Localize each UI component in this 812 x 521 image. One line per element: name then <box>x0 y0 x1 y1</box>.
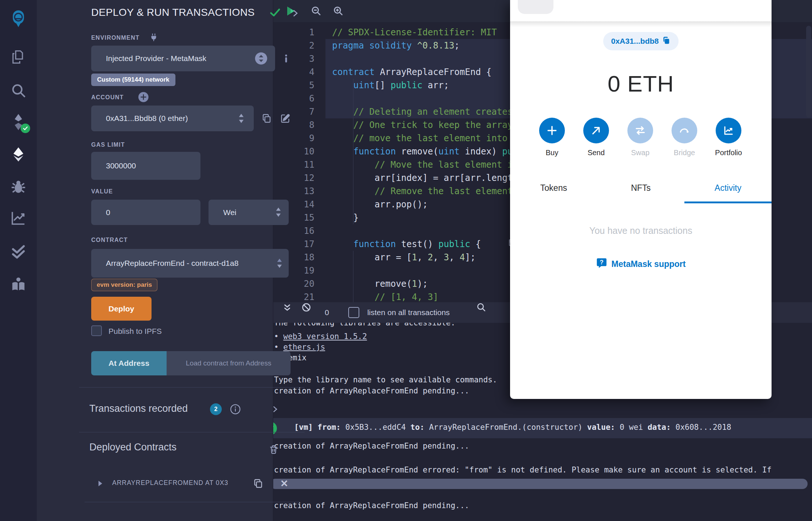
deployed-contracts-title: Deployed Contracts <box>89 442 177 453</box>
transactions-info-icon[interactable] <box>230 404 241 415</box>
gas-limit-value: 3000000 <box>106 161 136 170</box>
action-label: Buy <box>530 149 574 157</box>
metamask-account-pill[interactable]: 0xA31...bdb8 <box>603 32 679 50</box>
panel-check-icon <box>269 6 281 19</box>
action-label: Bridge <box>662 149 706 157</box>
panel-collapse-icon[interactable] <box>291 9 299 17</box>
listen-count: 0 <box>325 308 329 317</box>
terminal-log-row[interactable]: Type the library name to see available c… <box>274 375 497 384</box>
action-label: Swap <box>618 149 662 157</box>
line-number: 12 <box>273 171 314 185</box>
deploy-run-icon[interactable] <box>9 145 28 164</box>
debugger-icon[interactable] <box>9 177 28 196</box>
gas-limit-input[interactable]: 3000000 <box>91 152 200 180</box>
divider <box>79 432 304 432</box>
line-number: 2 <box>273 39 314 52</box>
environment-info-icon[interactable] <box>281 54 291 63</box>
line-number: 20 <box>273 277 314 290</box>
divider <box>79 387 304 388</box>
action-buy-button[interactable]: Buy <box>530 118 574 157</box>
plus-icon <box>539 118 565 143</box>
line-number: 4 <box>273 65 314 79</box>
environment-value: Injected Provider - MetaMask <box>106 54 206 63</box>
copy-account-icon[interactable] <box>261 113 272 124</box>
listen-label: listen on all transactions <box>367 308 450 317</box>
action-portfolio-button[interactable]: Portfolio <box>706 118 751 157</box>
line-number: 3 <box>273 52 314 65</box>
metamask-support-link[interactable]: ? MetaMask support <box>596 257 686 271</box>
unit-caret-icon <box>275 207 282 218</box>
metamask-tab-activity[interactable]: Activity <box>684 183 772 193</box>
copy-address-icon[interactable] <box>662 36 670 46</box>
metamask-popup: 0xA31...bdb8 0 ETH BuySendSwapBridgePort… <box>510 0 772 399</box>
value-input[interactable]: 0 <box>91 200 200 225</box>
svg-text:?: ? <box>600 259 603 265</box>
account-caret-icon <box>238 113 245 124</box>
contract-select[interactable]: ArrayReplaceFromEnd - contract-d1a8 <box>91 249 289 278</box>
bridge-icon <box>672 118 697 143</box>
metamask-tab-nfts[interactable]: NFTs <box>597 183 684 193</box>
file-explorer-icon[interactable] <box>9 47 28 67</box>
remix-logo-icon[interactable] <box>9 10 28 29</box>
deploy-button[interactable]: Deploy <box>91 297 152 321</box>
line-number: 11 <box>273 158 314 171</box>
terminal-log-row[interactable]: creation of ArrayReplaceFromEnd pending.… <box>274 442 469 450</box>
terminal-log-row[interactable]: creation of ArrayReplaceFromEnd pending.… <box>274 386 469 395</box>
solidity-compiler-icon[interactable] <box>9 113 28 132</box>
environment-select[interactable]: Injected Provider - MetaMask <box>91 46 275 71</box>
copy-deployed-icon[interactable] <box>253 478 263 489</box>
account-label: ACCOUNT <box>91 94 124 101</box>
metamask-header-pill <box>518 0 553 14</box>
balance-amount: 0 ETH <box>510 71 772 97</box>
search-icon[interactable] <box>9 81 28 100</box>
portfolio-icon <box>716 118 741 143</box>
transactions-expand-icon[interactable] <box>271 406 279 413</box>
deployed-item-label[interactable]: ARRAYREPLACEFROMEND AT 0X3 <box>112 479 228 487</box>
learneth-icon[interactable] <box>9 275 28 294</box>
remove-deployed-icon[interactable]: ✕ <box>280 478 288 489</box>
zoom-out-icon[interactable] <box>311 6 322 17</box>
metamask-tab-tokens[interactable]: Tokens <box>510 183 597 193</box>
terminal-log-row[interactable]: creation of ArrayReplaceFromEnd pending.… <box>274 501 469 510</box>
terminal-scrollbar[interactable] <box>270 479 808 489</box>
deployed-item-chevron-icon[interactable] <box>96 480 104 487</box>
edit-account-icon[interactable] <box>280 113 291 124</box>
send-arrow-icon <box>583 118 609 143</box>
terminal-expand-icon[interactable] <box>282 303 292 313</box>
statistics-icon[interactable] <box>9 208 28 228</box>
account-select[interactable]: 0xA31...Bbdb8 (0 ether) <box>91 106 254 131</box>
terminal-transaction-row[interactable]: [vm] from: 0x5B3...eddC4 to: ArrayReplac… <box>294 423 736 432</box>
listen-checkbox[interactable] <box>348 307 359 318</box>
terminal-log-row[interactable]: • ethers.js <box>274 343 325 352</box>
plug-icon[interactable] <box>149 33 159 42</box>
metamask-header-shadow <box>510 21 772 27</box>
unit-value: Wei <box>223 208 236 217</box>
publish-ipfs-checkbox[interactable] <box>91 325 102 336</box>
line-number: 13 <box>273 185 314 198</box>
transactions-count-badge: 2 <box>210 403 222 415</box>
line-number: 9 <box>273 132 314 145</box>
zoom-in-icon[interactable] <box>333 6 344 17</box>
action-label: Portfolio <box>706 149 751 157</box>
editor-scrollbar[interactable] <box>806 26 811 118</box>
trash-icon[interactable] <box>268 444 279 454</box>
evm-version-badge: evm version: paris <box>91 279 157 291</box>
active-tab-underline <box>684 201 772 203</box>
terminal-log-row[interactable]: • web3 version 1.5.2 <box>274 332 367 341</box>
action-send-button[interactable]: Send <box>574 118 618 157</box>
at-address-button[interactable]: At Address <box>91 351 167 375</box>
line-number: 10 <box>273 145 314 158</box>
support-chat-icon: ? <box>596 257 607 271</box>
environment-label: ENVIRONMENT <box>91 35 139 41</box>
add-account-icon[interactable] <box>138 92 149 103</box>
network-badge: Custom (59144) network <box>91 74 175 86</box>
environment-stepper-icon[interactable] <box>254 52 268 65</box>
support-label: MetaMask support <box>612 259 686 269</box>
unit-select[interactable]: Wei <box>209 200 289 225</box>
terminal-search-icon[interactable] <box>476 302 487 313</box>
load-address-input[interactable]: Load contract from Address <box>167 351 291 375</box>
value-label: VALUE <box>91 188 113 195</box>
terminal-log-row[interactable]: creation of ArrayReplaceFromEnd errored:… <box>274 465 772 474</box>
unit-testing-icon[interactable] <box>9 242 28 261</box>
clear-console-icon[interactable] <box>301 302 311 313</box>
